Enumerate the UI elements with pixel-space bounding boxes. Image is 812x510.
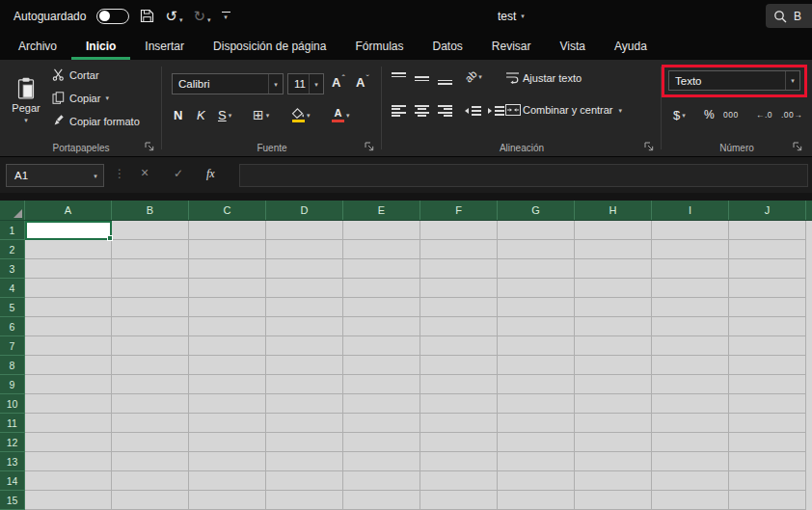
cell-C4[interactable] xyxy=(189,279,266,298)
dialog-launcher-number[interactable] xyxy=(793,142,802,151)
cell-G11[interactable] xyxy=(498,414,575,433)
cell-E5[interactable] xyxy=(343,298,420,317)
align-top-button[interactable] xyxy=(392,72,406,85)
cell-A9[interactable] xyxy=(25,375,112,394)
paste-button[interactable]: Pegar ▾ xyxy=(4,65,48,135)
cell-I10[interactable] xyxy=(652,394,729,414)
align-middle-button[interactable] xyxy=(415,72,429,85)
cell-I7[interactable] xyxy=(652,336,729,356)
row-header-5[interactable]: 5 xyxy=(0,298,25,317)
cell-E6[interactable] xyxy=(343,317,420,336)
cell-F9[interactable] xyxy=(420,375,498,394)
align-right-button[interactable] xyxy=(438,105,452,117)
font-color-button[interactable]: A ▾ xyxy=(332,104,350,125)
cell-G8[interactable] xyxy=(498,356,575,375)
decrease-indent-button[interactable] xyxy=(465,105,481,117)
tab-archivo[interactable]: Archivo xyxy=(4,32,71,60)
cell-B13[interactable] xyxy=(112,452,189,471)
cell-J3[interactable] xyxy=(729,259,806,279)
cell-F10[interactable] xyxy=(420,394,498,414)
row-header-10[interactable]: 10 xyxy=(0,394,25,414)
cell-D6[interactable] xyxy=(266,317,343,336)
cell-B15[interactable] xyxy=(112,491,189,510)
cell-B9[interactable] xyxy=(112,375,189,394)
column-header-G[interactable]: G xyxy=(498,201,575,220)
cell-E14[interactable] xyxy=(343,471,420,491)
cell-G1[interactable] xyxy=(498,221,575,240)
name-box[interactable]: A1 ▾ xyxy=(6,164,104,187)
cell-G2[interactable] xyxy=(498,240,575,259)
cell-J6[interactable] xyxy=(729,317,806,336)
cell-B12[interactable] xyxy=(112,433,189,452)
cancel-button[interactable]: × xyxy=(141,166,149,179)
tab-inicio[interactable]: Inicio xyxy=(71,32,130,60)
cell-F7[interactable] xyxy=(420,336,498,356)
cell-I2[interactable] xyxy=(652,240,729,259)
cell-J5[interactable] xyxy=(729,298,806,317)
search-box[interactable]: B xyxy=(766,4,812,28)
format-painter-button[interactable]: Copiar formato xyxy=(52,115,140,127)
cell-H2[interactable] xyxy=(575,240,652,259)
cell-I4[interactable] xyxy=(652,279,729,298)
cell-B4[interactable] xyxy=(112,279,189,298)
cell-C13[interactable] xyxy=(189,452,266,471)
cell-I15[interactable] xyxy=(652,491,729,510)
row-header-1[interactable]: 1 xyxy=(0,221,25,240)
cell-E9[interactable] xyxy=(343,375,420,394)
cell-E1[interactable] xyxy=(343,221,420,240)
dialog-launcher-clipboard[interactable] xyxy=(145,142,154,151)
cell-B14[interactable] xyxy=(112,471,189,491)
cut-button[interactable]: Cortar xyxy=(52,68,99,81)
cell-E12[interactable] xyxy=(343,433,420,452)
cell-C8[interactable] xyxy=(189,356,266,375)
cell-H11[interactable] xyxy=(575,414,652,433)
cell-J15[interactable] xyxy=(729,491,806,510)
cell-D4[interactable] xyxy=(266,279,343,298)
tab-ayuda[interactable]: Ayuda xyxy=(600,32,662,60)
cell-F6[interactable] xyxy=(420,317,498,336)
cell-C11[interactable] xyxy=(189,414,266,433)
cell-I5[interactable] xyxy=(652,298,729,317)
cell-E2[interactable] xyxy=(343,240,420,259)
cell-I11[interactable] xyxy=(652,414,729,433)
column-header-B[interactable]: B xyxy=(112,201,189,220)
cell-D1[interactable] xyxy=(266,221,343,240)
increase-indent-button[interactable] xyxy=(488,105,504,117)
decrease-font-button[interactable]: A ˇ xyxy=(356,76,369,89)
cell-J13[interactable] xyxy=(729,452,806,471)
cell-D12[interactable] xyxy=(266,433,343,452)
row-header-13[interactable]: 13 xyxy=(0,452,25,471)
cell-B2[interactable] xyxy=(112,240,189,259)
cell-A8[interactable] xyxy=(25,356,112,375)
tab-datos[interactable]: Datos xyxy=(418,32,476,60)
cell-E8[interactable] xyxy=(343,356,420,375)
cell-H9[interactable] xyxy=(575,375,652,394)
row-header-15[interactable]: 15 xyxy=(0,491,25,510)
cell-D9[interactable] xyxy=(266,375,343,394)
cell-C10[interactable] xyxy=(189,394,266,414)
cell-C7[interactable] xyxy=(189,336,266,356)
cell-J8[interactable] xyxy=(729,356,806,375)
column-header-J[interactable]: J xyxy=(729,201,806,220)
cell-E15[interactable] xyxy=(343,491,420,510)
cell-I1[interactable] xyxy=(652,221,729,240)
redo-button[interactable]: ↻ ▾ xyxy=(194,9,211,23)
cell-A13[interactable] xyxy=(25,452,112,471)
cell-I6[interactable] xyxy=(652,317,729,336)
row-header-4[interactable]: 4 xyxy=(0,279,25,298)
align-left-button[interactable] xyxy=(392,105,406,117)
cell-B3[interactable] xyxy=(112,259,189,279)
cell-C14[interactable] xyxy=(189,471,266,491)
column-header-A[interactable]: A xyxy=(25,201,112,220)
cell-A1[interactable] xyxy=(25,221,112,240)
cell-H15[interactable] xyxy=(575,491,652,510)
column-header-I[interactable]: I xyxy=(652,201,729,220)
cell-H4[interactable] xyxy=(575,279,652,298)
cell-C15[interactable] xyxy=(189,491,266,510)
increase-font-button[interactable]: A ˆ xyxy=(332,76,345,89)
row-header-9[interactable]: 9 xyxy=(0,375,25,394)
cell-H3[interactable] xyxy=(575,259,652,279)
formula-input[interactable] xyxy=(239,164,808,187)
cell-D10[interactable] xyxy=(266,394,343,414)
fill-color-button[interactable]: ▾ xyxy=(291,104,311,125)
